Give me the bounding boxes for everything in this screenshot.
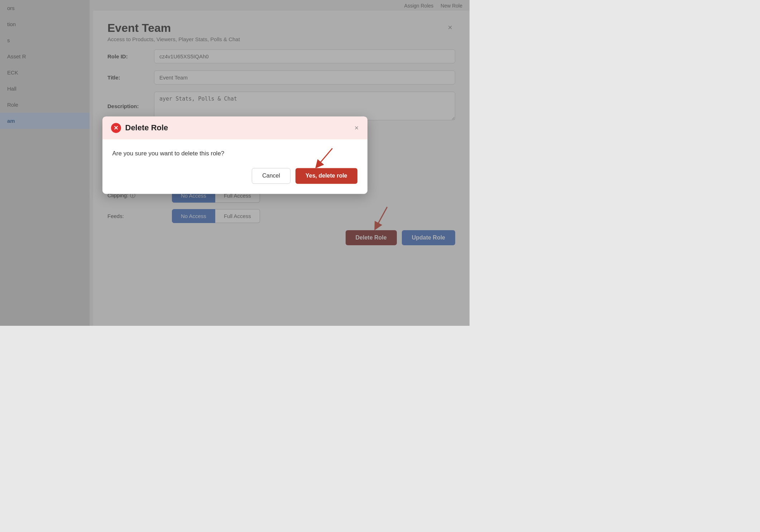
modal-body: Are you sure you want to delete this rol… <box>102 139 367 194</box>
modal-header: ✕ Delete Role × <box>102 116 367 139</box>
modal-title-row: ✕ Delete Role <box>111 123 168 133</box>
confirm-delete-button[interactable]: Yes, delete role <box>295 168 357 184</box>
modal-close-button[interactable]: × <box>355 124 359 132</box>
delete-role-modal: ✕ Delete Role × Are you sure you want to… <box>102 116 367 194</box>
modal-message: Are you sure you want to delete this rol… <box>112 150 357 157</box>
modal-error-icon: ✕ <box>111 123 121 133</box>
modal-buttons: Cancel Yes, delete role <box>112 168 357 184</box>
cancel-button[interactable]: Cancel <box>252 168 290 184</box>
modal-title: Delete Role <box>125 123 168 132</box>
